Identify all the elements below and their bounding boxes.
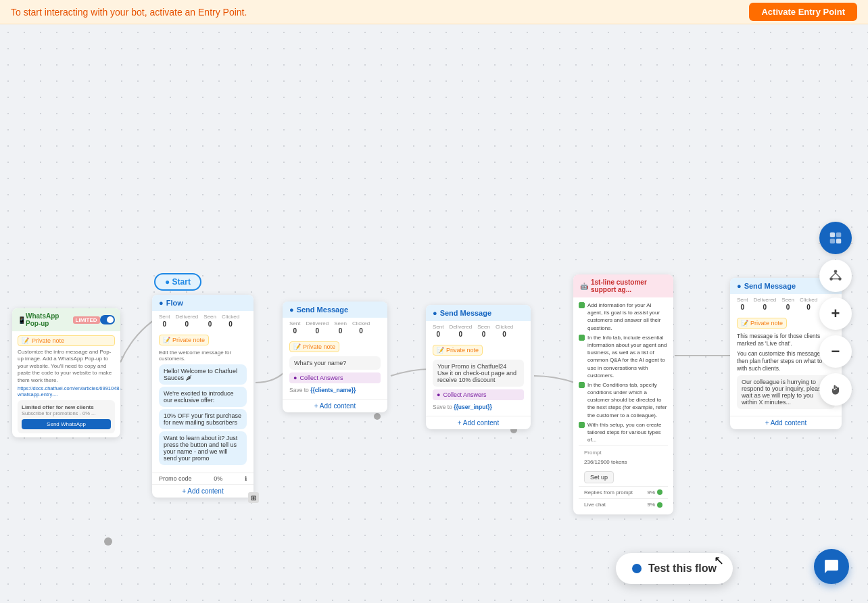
ai-stats-row1: Replies from prompt 9% [579,486,668,498]
node-resize-handle[interactable]: ⊞ [248,492,259,503]
prompt-label: Prompt [584,449,662,456]
svg-rect-5 [830,239,835,243]
ai-stats-row2: Live chat 9% [579,498,668,510]
add-content-button-right[interactable]: + Add content [730,416,842,429]
zoom-in-button[interactable]: + [819,297,852,330]
svg-point-7 [834,270,838,273]
setup-button[interactable]: Set up [584,471,614,483]
svg-rect-3 [830,233,835,237]
bubble4: Want to learn about it? Just press the b… [159,431,247,465]
whatsapp-link: https://docs.chatfuel.com/en/articles/69… [18,385,115,397]
save-to-2: Save to {{user_input}} [433,402,524,412]
note-icon4: 📝 [437,347,444,354]
banner-text: To start interacting with your bot, acti… [11,7,247,18]
ai-check4 [579,422,585,428]
note-icon: 📝 [22,337,29,344]
add-content-button-msg1[interactable]: + Add content [283,399,387,412]
msg-content-1: What's your name? [289,356,381,370]
whatsapp-preview: Limited offer for new clients Subscribe … [18,400,115,433]
hand-icon [829,383,842,396]
network-view-button[interactable] [819,260,852,292]
send-icon1: ● [289,306,294,314]
preview-sub: Subscribe for promotions - 0% ... [22,410,111,416]
send-msg-1-stats: Sent0 Delivered0 Seen0 Clicked0 [283,318,387,337]
zoom-out-button[interactable]: − [819,335,852,368]
right-toolbar: + − [819,222,852,406]
prompt-section: Prompt 236/12900 tokens [579,445,668,468]
note-icon3: 📝 [293,343,301,350]
svg-rect-4 [836,233,841,237]
flow-note-text: Edit the welcome message for customers. [159,349,247,362]
ai-node-body: Add information for your AI agent, its g… [573,297,673,514]
whatsapp-icon: 📱 [18,316,26,324]
chat-support-button[interactable] [814,549,849,584]
replies-dot [657,489,662,495]
svg-rect-6 [836,239,841,243]
flow-node[interactable]: ● Flow Sent0 Delivered0 Seen0 Clicked0 📝… [152,295,254,498]
whatsapp-preview-button[interactable]: Send WhatsApp [22,419,111,429]
add-content-button-flow[interactable]: + Add content [152,484,254,498]
save-to-1: Save to {{clients_name}} [289,385,381,395]
private-note-badge: 📝 Private note [18,335,115,346]
whatsapp-node-body: 📝 Private note Customize the intro messa… [12,331,120,437]
flow-icon [828,231,843,245]
toggle-switch[interactable] [100,315,115,324]
flow-private-note: 📝 Private note [159,335,209,345]
chat-icon [823,558,840,575]
note-icon2: 📝 [163,337,170,343]
right-send-icon: ● [737,282,742,290]
send-msg-2-body: 📝 Private note Your Promo is Chatfuel24 … [426,341,531,416]
promo-info-icon: ℹ [245,475,247,482]
send-message-node-2[interactable]: ● Send Message Sent0 Delivered0 Seen0 Cl… [426,305,531,429]
whatsapp-note-text: Customize the intro message and Pop-up i… [18,349,115,384]
ai-check3 [579,382,585,388]
ai-list-item-2: In the Info tab, include essential infor… [579,334,668,379]
live-dot [657,502,662,508]
start-icon: ● [165,277,170,287]
start-node[interactable]: ● Start [154,273,201,291]
network-icon [828,268,843,283]
send-msg-2-header: ● Send Message [426,305,531,321]
ai-list-item-3: In the Conditions tab, specify condition… [579,381,668,419]
collect-answers-1: ● Collect Answers [289,372,381,383]
send-msg-2-stats: Sent0 Delivered0 Seen0 Clicked0 [426,321,531,341]
ai-list-item-1: Add information for your AI agent, its g… [579,302,668,332]
test-flow-button[interactable]: Test this flow [616,553,733,584]
activate-entry-point-button[interactable]: Activate Entry Point [749,3,857,21]
send-msg-1-header: ● Send Message [283,302,387,318]
right-private-note: 📝 Private note [737,318,787,329]
flow-node-header: ● Flow [152,295,254,311]
svg-line-10 [831,273,836,277]
svg-point-1 [374,413,381,420]
svg-line-11 [836,273,840,277]
collect-icon2: ● [437,391,440,398]
ai-agent-node[interactable]: 🤖 1st-line customer support ag... Add in… [573,274,673,514]
flow-stats: Sent0 Delivered0 Seen0 Clicked0 [152,311,254,331]
bubble1: Hello! Welcome to Chatfuel Sauces 🌶 [159,364,247,385]
ai-check1 [579,302,585,308]
preview-offer: Limited offer for new clients [22,404,111,410]
svg-point-0 [104,537,112,546]
flow-canvas: ● Start 📱 WhatsApp Pop-up LIMITED 📝 Priv… [0,24,868,603]
bubble3: 10% OFF your first purchase for new mail… [159,409,247,429]
send-msg-1-private-note: 📝 Private note [289,341,339,352]
hand-tool-button[interactable] [819,373,852,406]
whatsapp-popup-node[interactable]: 📱 WhatsApp Pop-up LIMITED 📝 Private note… [12,308,120,437]
ai-icon: 🤖 [580,283,588,290]
bubble2: We're excited to introduce our exclusive… [159,387,247,407]
ai-list-item-4: With this setup, you can create tailored… [579,421,668,444]
flow-node-body: 📝 Private note Edit the welcome message … [152,331,254,473]
send-msg-1-body: 📝 Private note What's your name? ● Colle… [283,337,387,399]
send-msg-2-private-note: 📝 Private note [433,345,483,356]
whatsapp-node-header: 📱 WhatsApp Pop-up LIMITED [12,308,120,331]
limited-badge: LIMITED [73,316,100,324]
send-icon2: ● [433,309,437,317]
back-to-flow-button[interactable] [819,222,852,254]
top-banner: To start interacting with your bot, acti… [0,0,868,24]
msg-content-2a: Your Promo is Chatfuel24 Use it on check… [433,360,524,387]
ai-check2 [579,335,585,341]
collect-answers-2: ● Collect Answers [433,389,524,400]
note-icon5: 📝 [741,320,748,327]
send-message-node-1[interactable]: ● Send Message Sent0 Delivered0 Seen0 Cl… [283,302,387,412]
add-content-button-msg2[interactable]: + Add content [426,416,531,429]
